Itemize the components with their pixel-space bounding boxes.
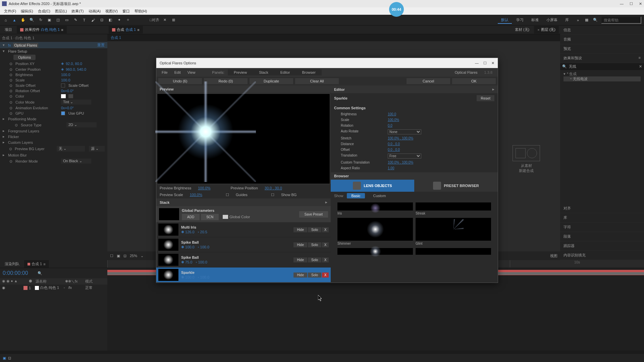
prop-value[interactable]: 100.0 xyxy=(61,78,70,82)
prop-dropdown[interactable]: 无 ⌄ xyxy=(57,146,85,152)
stopwatch-icon[interactable]: ⊙ xyxy=(9,159,13,163)
viewer-icon[interactable]: ⊡ xyxy=(123,254,126,258)
text-tool-icon[interactable]: T xyxy=(81,17,87,23)
section-info[interactable]: 信息 xyxy=(560,25,644,35)
stopwatch-icon[interactable]: ⊙ xyxy=(9,111,13,115)
rotate-tool-icon[interactable]: ↻ xyxy=(38,17,44,23)
clone-tool-icon[interactable]: ⊡ xyxy=(99,17,105,23)
zoom-tool-icon[interactable]: 🔍 xyxy=(29,17,35,23)
toolbar-grid-icon[interactable]: ▦ xyxy=(584,17,590,23)
home-icon[interactable]: ⌂ xyxy=(3,17,9,23)
prop-value[interactable]: 960.0, 540.0 xyxy=(66,67,86,71)
twirl-icon[interactable]: ▸ xyxy=(3,153,6,157)
tab-effect-controls[interactable]: 效果控件 白色 纯色 1 ≡ xyxy=(17,26,67,34)
section-align[interactable]: 对齐 xyxy=(560,204,644,213)
col-source-name[interactable]: 源名称 xyxy=(36,279,47,284)
tab-menu-icon[interactable]: ≡ xyxy=(137,28,139,32)
effect-reset[interactable]: 重置 xyxy=(97,43,105,48)
maximize-button[interactable]: ☐ xyxy=(630,2,633,6)
stopwatch-icon[interactable]: ⊙ xyxy=(9,67,13,71)
time-ruler[interactable]: 07s 08s 09s 10s xyxy=(107,260,644,267)
rect-tool-icon[interactable]: ▭ xyxy=(64,17,70,23)
stopwatch-icon[interactable]: ⊙ xyxy=(9,78,13,82)
camera-tool-icon[interactable]: ▣ xyxy=(46,17,52,23)
snap-toggle[interactable]: □对齐 xyxy=(150,17,159,22)
timecode[interactable]: 0:00:00:00 xyxy=(0,268,31,278)
stopwatch-icon[interactable]: ⊙ xyxy=(15,123,19,127)
menu-comp[interactable]: 合成(C) xyxy=(36,8,52,14)
menu-file[interactable]: 文件(F) xyxy=(2,8,18,14)
prop-value[interactable]: 0x+0.0° xyxy=(61,106,74,110)
menu-window[interactable]: 窗口 xyxy=(120,8,132,14)
tab-project[interactable]: 项目 xyxy=(1,26,15,34)
stopwatch-icon[interactable]: ⊙ xyxy=(9,73,13,77)
puppet-tool-icon[interactable]: ✧ xyxy=(125,17,131,23)
workspace-learn[interactable]: 学习 xyxy=(513,16,527,23)
stopwatch-icon[interactable]: ⊙ xyxy=(9,62,13,66)
help-search-input[interactable] xyxy=(601,16,641,24)
menu-view[interactable]: 视图(V) xyxy=(103,8,120,14)
layer-color[interactable] xyxy=(23,286,28,290)
tab-footage[interactable]: 素材 (无) xyxy=(512,26,533,34)
layer-mode[interactable]: 正常 xyxy=(85,285,105,290)
zoom-dropdown-icon[interactable]: ⌄ xyxy=(141,254,144,258)
menu-animation[interactable]: 动画(A) xyxy=(87,8,103,14)
prop-value[interactable]: 92.0, 80.0 xyxy=(66,62,82,66)
col-shy-icon[interactable]: ⬣ xyxy=(29,279,36,284)
section-effects-presets[interactable]: 效果和预设 ≡ xyxy=(560,54,644,63)
prop-dropdown[interactable]: Tint ⌄ xyxy=(61,100,91,105)
tab-timeline-comp[interactable]: 合成 1 ≡ xyxy=(24,260,49,268)
workspace-small[interactable]: 小屏幕 xyxy=(543,16,561,23)
stopwatch-icon[interactable]: ⊙ xyxy=(9,100,13,104)
section-audio[interactable]: 音频 xyxy=(560,35,644,44)
snap-icon[interactable]: ✕ xyxy=(162,17,168,23)
stopwatch-icon[interactable]: ⊙ xyxy=(9,89,13,93)
zoom-level[interactable]: 25% xyxy=(130,254,137,258)
prop-checkbox[interactable] xyxy=(61,83,65,87)
effect-item-radio-waves[interactable]: ▫ 无线电波 xyxy=(564,76,641,81)
footer-icon[interactable]: ▣ xyxy=(3,356,6,360)
menu-effect[interactable]: 效果(T) xyxy=(69,8,86,14)
pen-tool-icon[interactable]: ✎ xyxy=(72,17,78,23)
section-tracker[interactable]: 跟踪器 xyxy=(560,241,644,251)
timeline-layer-row[interactable]: ◉ 1 白色 纯色 1 ▫ /fx 正常 xyxy=(0,285,107,291)
layer-toggles[interactable]: ◉ xyxy=(2,285,22,290)
roto-tool-icon[interactable]: ✦ xyxy=(116,17,122,23)
prop-value[interactable]: 0x+0.0° xyxy=(61,89,74,93)
new-comp-placeholder[interactable]: 从素材 新建合成 xyxy=(513,145,540,173)
selection-tool-icon[interactable]: ▲ xyxy=(11,17,17,23)
clear-search-icon[interactable]: ✕ xyxy=(639,64,642,69)
effects-search[interactable]: 🔍 无线 ✕ xyxy=(560,63,644,70)
stopwatch-icon[interactable]: ⊙ xyxy=(9,106,13,110)
workspace-menu-icon[interactable]: » xyxy=(575,17,581,23)
workspace-lib[interactable]: 库 xyxy=(562,16,572,23)
options-button[interactable]: Options xyxy=(13,55,36,60)
tab-render-queue[interactable]: 渲染列队 xyxy=(1,260,23,268)
section-content-aware[interactable]: 内容识别填充 xyxy=(560,251,644,260)
close-button[interactable]: ✕ xyxy=(639,2,642,6)
menu-edit[interactable]: 编辑(E) xyxy=(19,8,35,14)
section-paragraph[interactable]: 段落 xyxy=(560,232,644,241)
snap-grid-icon[interactable]: ⊞ xyxy=(171,17,177,23)
stopwatch-icon[interactable]: ⊙ xyxy=(9,94,13,98)
tab-layer-view[interactable]: × 图层 (无) xyxy=(534,26,559,34)
twirl-icon[interactable]: ▾ xyxy=(3,49,6,53)
footer-icon[interactable]: ⊡ xyxy=(8,356,11,360)
stopwatch-icon[interactable]: ⊙ xyxy=(9,83,13,87)
viewer-icon[interactable]: ☐ xyxy=(110,254,113,258)
menu-help[interactable]: 帮助(H) xyxy=(132,8,149,14)
twirl-icon[interactable]: ▸ xyxy=(3,140,6,144)
layer-track-bar[interactable] xyxy=(107,272,644,275)
timeline-track-area[interactable]: 07s 08s 09s 10s xyxy=(107,260,644,351)
minimize-button[interactable]: — xyxy=(620,2,624,6)
layer-name[interactable]: 白色 纯色 1 xyxy=(40,285,59,290)
tab-composition[interactable]: 合成 合成 1 ≡ xyxy=(109,26,143,34)
pan-behind-icon[interactable]: ◫ xyxy=(55,17,61,23)
prop-dropdown[interactable]: 源 ⌄ xyxy=(89,146,105,152)
eyedropper-icon[interactable] xyxy=(68,94,73,98)
section-library[interactable]: 库 xyxy=(560,213,644,223)
eraser-tool-icon[interactable]: ◧ xyxy=(107,17,113,23)
twirl-icon[interactable]: ▸ xyxy=(3,117,6,121)
workspace-standard[interactable]: 标准 xyxy=(528,16,542,23)
brush-tool-icon[interactable]: 🖌 xyxy=(90,17,96,23)
